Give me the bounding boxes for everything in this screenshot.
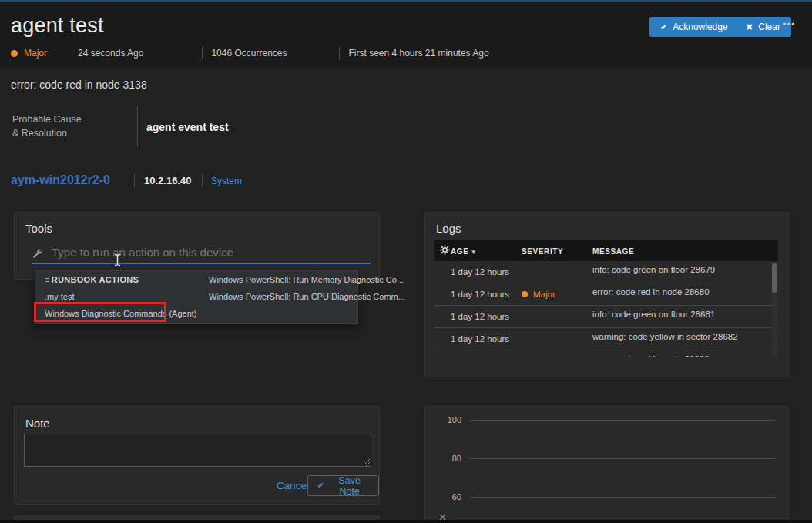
- tools-action-dropdown: ≡RUNBOOK ACTIONS .my test Windows Diagno…: [35, 270, 358, 324]
- dropdown-group-runbook-actions: ≡RUNBOOK ACTIONS: [45, 275, 139, 284]
- tools-action-input-wrap: [32, 245, 371, 264]
- note-panel: Note Cancel ✔ Save Note: [14, 406, 380, 505]
- tools-panel: Tools: [14, 212, 380, 280]
- sort-caret-icon: ▾: [471, 248, 475, 256]
- note-panel-title: Note: [25, 417, 50, 430]
- dropdown-item-my-test[interactable]: .my test: [45, 292, 75, 301]
- column-header-age[interactable]: AGE▾: [451, 247, 476, 256]
- dropdown-item-ps-cpu[interactable]: Windows PowerShell: Run CPU Diagnostic C…: [209, 292, 405, 301]
- alert-message: error: code red in node 3138: [11, 79, 147, 91]
- divider: [134, 173, 135, 187]
- y-tick-60: 60: [438, 492, 461, 501]
- clear-label: Clear: [758, 22, 780, 32]
- divider: [202, 47, 203, 59]
- probable-cause-label: Probable Cause & Resolution: [12, 112, 82, 140]
- acknowledge-label: Acknowledge: [673, 22, 727, 32]
- severity-label: Major: [24, 48, 47, 59]
- more-actions-button[interactable]: •••: [783, 18, 796, 30]
- log-row-partial[interactable]: error: code red in node 28683: [434, 350, 778, 357]
- logs-table: AGE▾ SEVERITY MESSAGE 1 day 12 hours inf…: [434, 240, 778, 357]
- log-row[interactable]: 1 day 12 hours info: code green on floor…: [434, 261, 778, 283]
- run-action-input[interactable]: [52, 246, 364, 259]
- logs-table-body: 1 day 12 hours info: code green on floor…: [434, 261, 778, 357]
- divider: [202, 174, 203, 186]
- log-row[interactable]: 1 day 12 hours info: code green on floor…: [434, 306, 778, 328]
- note-textarea[interactable]: [24, 434, 371, 467]
- log-row[interactable]: 1 day 12 hours warning: code yellow in s…: [434, 328, 778, 350]
- chart-panel: 100 80 60: [424, 406, 790, 523]
- divider: [69, 47, 69, 59]
- first-seen: First seen 4 hours 21 minutes Ago: [348, 48, 488, 59]
- logs-scrollbar: [772, 262, 777, 357]
- cancel-button[interactable]: Cancel: [277, 480, 309, 491]
- save-note-button[interactable]: ✔ Save Note: [307, 475, 379, 496]
- hamburger-icon: ≡: [45, 275, 50, 284]
- acknowledge-button[interactable]: ✔ Acknowledge: [649, 17, 739, 37]
- probable-cause-value: agent event test: [146, 121, 229, 133]
- logs-panel: Logs AGE▾ SEVERITY MESSAGE 1 day: [424, 212, 790, 377]
- log-row[interactable]: 1 day 12 hours Major error: code red in …: [434, 283, 778, 306]
- gridline: [471, 497, 776, 498]
- logs-scrollbar-thumb[interactable]: [772, 263, 777, 293]
- severity-dot-icon: [11, 50, 18, 57]
- bottom-edge-bar: [0, 520, 812, 523]
- wrench-icon: [32, 248, 43, 263]
- gear-icon[interactable]: [440, 245, 450, 256]
- log-severity: Major: [522, 290, 555, 299]
- column-header-severity[interactable]: SEVERITY: [522, 247, 563, 256]
- check-icon: ✔: [660, 22, 667, 32]
- occurrences: 1046 Occurrences: [211, 48, 287, 59]
- close-icon: ✖: [746, 22, 753, 32]
- page-title: agent test: [11, 14, 104, 38]
- severity-dot-icon: [522, 291, 528, 297]
- device-name-link[interactable]: aym-win2012r2-0: [11, 173, 110, 187]
- time-ago: 24 seconds Ago: [78, 48, 143, 59]
- gridline: [471, 458, 776, 459]
- device-source-link[interactable]: System: [211, 176, 242, 186]
- dropdown-item-ps-memory[interactable]: Windows PowerShell: Run Memory Diagnosti…: [209, 275, 404, 284]
- logs-table-header: AGE▾ SEVERITY MESSAGE: [434, 240, 778, 261]
- y-tick-100: 100: [438, 415, 461, 424]
- divider: [137, 106, 138, 146]
- device-ip: 10.2.16.40: [144, 175, 191, 186]
- dropdown-item-windows-diagnostic[interactable]: Windows Diagnostic Commands (Agent): [45, 309, 196, 318]
- check-icon: ✔: [317, 481, 324, 491]
- column-header-message[interactable]: MESSAGE: [592, 247, 634, 256]
- y-tick-80: 80: [438, 454, 461, 463]
- tools-panel-title: Tools: [25, 222, 52, 235]
- logs-panel-title: Logs: [436, 222, 461, 235]
- alert-status-row: Major 24 seconds Ago 1046 Occurrences Fi…: [11, 47, 489, 59]
- divider: [339, 47, 340, 59]
- gridline: [471, 420, 776, 421]
